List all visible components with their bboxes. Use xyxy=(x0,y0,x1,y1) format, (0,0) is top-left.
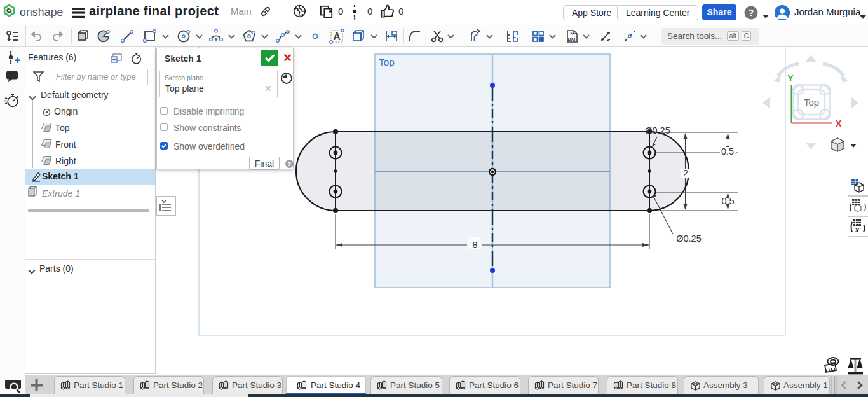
svg-text:A: A xyxy=(333,31,341,42)
svg-text:0.5: 0.5 xyxy=(721,146,734,157)
svg-text:Ø0.25: Ø0.25 xyxy=(676,233,702,244)
svg-text:Ø0.25: Ø0.25 xyxy=(645,125,670,136)
svg-text:Top: Top xyxy=(804,97,819,108)
svg-text:DXF: DXF xyxy=(568,37,578,41)
svg-text:2: 2 xyxy=(683,168,688,178)
svg-text:8: 8 xyxy=(472,240,477,250)
svg-text:Y: Y xyxy=(787,73,794,83)
svg-text:Top: Top xyxy=(379,57,395,67)
svg-text:?: ? xyxy=(288,160,292,167)
svg-text:0.5: 0.5 xyxy=(721,196,734,206)
svg-text:x: x xyxy=(855,225,860,234)
svg-text:X: X xyxy=(836,118,842,129)
svg-text:?: ? xyxy=(749,8,754,18)
